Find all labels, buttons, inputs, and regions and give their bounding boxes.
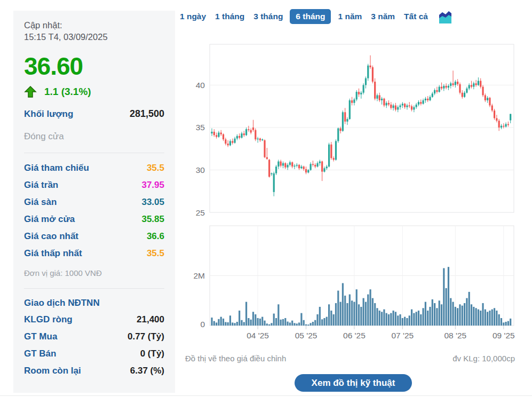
session-status: Đóng cửa — [24, 131, 164, 142]
row-value: 6.37 (%) — [130, 362, 164, 379]
volume-label: Khối lượng — [24, 109, 73, 120]
tab-1-ngay[interactable]: 1 ngày — [180, 12, 206, 21]
row-label: GT Bán — [24, 345, 56, 362]
row-label: Giá tham chiếu — [24, 160, 89, 177]
foreign-row-room-left: Room còn lại 6.37 (%) — [24, 362, 164, 379]
price-row-high: Giá cao nhất 36.6 — [24, 228, 164, 245]
price-row-floor: Giá sàn 33.05 — [24, 194, 164, 211]
row-label: Giá trần — [24, 177, 58, 194]
svg-text:30: 30 — [196, 165, 205, 175]
tab-1-thang[interactable]: 1 tháng — [215, 12, 244, 21]
row-value: 37.95 — [141, 177, 164, 194]
row-label: Giá sàn — [24, 194, 57, 211]
bottom-divider — [0, 395, 532, 396]
svg-text:0: 0 — [200, 320, 205, 329]
updated-time: 15:15 T4, 03/09/2025 — [24, 31, 164, 43]
row-value: 21,400 — [137, 311, 164, 328]
last-updated: Cập nhật: 15:15 T4, 03/09/2025 — [24, 20, 164, 43]
foreign-row-sell-value: GT Bán 0 (Tỷ) — [24, 345, 164, 362]
row-label: KLGD ròng — [24, 311, 73, 328]
row-value: 35.5 — [147, 160, 164, 177]
foreign-trading-title: Giao dịch NĐTNN — [24, 295, 164, 311]
row-value: 35.5 — [147, 245, 164, 262]
svg-text:07 '25: 07 '25 — [391, 331, 414, 339]
svg-text:25: 25 — [196, 208, 205, 217]
row-value: 0.77 (Tỷ) — [128, 328, 164, 345]
tab-1-nam[interactable]: 1 năm — [338, 12, 362, 21]
volume-row: Khối lượng 281,500 — [24, 108, 164, 120]
tab-3-nam[interactable]: 3 năm — [371, 12, 395, 21]
price-change-value: 1.1 (3.1%) — [44, 86, 91, 98]
volume-unit-note: đv KLg: 10,000cp — [452, 354, 515, 363]
view-technical-chart-button[interactable]: Xem đồ thị kỹ thuật — [295, 374, 412, 392]
svg-text:05 '25: 05 '25 — [295, 331, 317, 339]
row-label: Giá thấp nhất — [24, 245, 82, 262]
foreign-row-net-volume: KLGD ròng 21,400 — [24, 311, 164, 328]
tab-tat-ca[interactable]: Tất cả — [404, 12, 428, 21]
row-value: 35.85 — [141, 211, 164, 228]
price-unit-note: Đơn vị giá: 1000 VNĐ — [24, 268, 164, 278]
svg-text:04 '25: 04 '25 — [247, 331, 269, 339]
price-row-open: Giá mở cửa 35.85 — [24, 211, 164, 228]
time-range-tabs: 1 ngày 1 tháng 3 tháng 6 tháng 1 năm 3 n… — [180, 9, 452, 25]
current-price: 36.60 — [24, 52, 164, 81]
stock-widget: Cập nhật: 15:15 T4, 03/09/2025 36.60 1.1… — [0, 0, 532, 404]
volume-bar-chart[interactable]: 2M004 '2505 '2506 '2507 '2508 '2509 '25 — [184, 224, 532, 339]
svg-text:09 '25: 09 '25 — [493, 331, 515, 339]
row-value: 33.05 — [141, 194, 164, 211]
price-row-ceiling: Giá trần 37.95 — [24, 177, 164, 194]
tab-6-thang[interactable]: 6 tháng — [290, 9, 331, 24]
stock-summary-panel: Cập nhật: 15:15 T4, 03/09/2025 36.60 1.1… — [13, 11, 175, 393]
divider — [24, 153, 164, 153]
adjusted-price-note: Đồ thị vẽ theo giá điều chỉnh — [185, 354, 286, 363]
svg-text:06 '25: 06 '25 — [343, 331, 366, 339]
row-label: Giá cao nhất — [24, 228, 78, 245]
volume-value: 281,500 — [130, 108, 164, 120]
divider — [24, 288, 164, 289]
foreign-row-buy-value: GT Mua 0.77 (Tỷ) — [24, 328, 164, 345]
price-row-reference: Giá tham chiếu 35.5 — [24, 160, 164, 177]
row-label: GT Mua — [24, 328, 57, 345]
svg-text:2M: 2M — [193, 271, 205, 280]
price-row-low: Giá thấp nhất 35.5 — [24, 245, 164, 262]
row-value: 0 (Tỷ) — [140, 345, 164, 362]
candlestick-price-chart[interactable]: 25303540 — [184, 43, 532, 219]
up-arrow-icon — [24, 86, 37, 98]
svg-text:40: 40 — [196, 81, 205, 90]
row-label: Room còn lại — [24, 362, 81, 379]
price-change-row: 1.1 (3.1%) — [24, 86, 164, 98]
updated-label: Cập nhật: — [24, 20, 164, 31]
row-label: Giá mở cửa — [24, 211, 75, 228]
svg-text:08 '25: 08 '25 — [444, 331, 466, 339]
row-value: 36.6 — [147, 228, 164, 245]
tab-3-thang[interactable]: 3 tháng — [253, 12, 283, 21]
area-chart-icon[interactable] — [439, 10, 452, 24]
svg-text:35: 35 — [196, 123, 205, 132]
